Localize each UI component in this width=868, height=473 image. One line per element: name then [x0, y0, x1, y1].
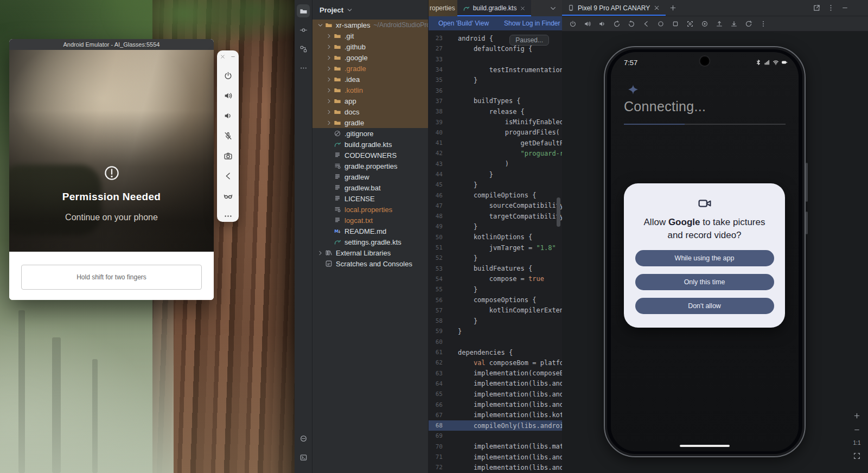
- editor-scrollbar[interactable]: [557, 197, 560, 227]
- tool-stripe-terminal-button[interactable]: [297, 451, 310, 464]
- tree-item-readme-md[interactable]: MREADME.md: [312, 226, 428, 237]
- code-line-58[interactable]: 58 }: [429, 316, 562, 326]
- tree-item-local-properties[interactable]: local.properties: [312, 204, 428, 215]
- code-line-54[interactable]: 54 compose = true: [429, 274, 562, 284]
- hide-panel-button[interactable]: [838, 0, 852, 16]
- code-line-48[interactable]: 48 targetCompatibility: [429, 211, 562, 221]
- device-volume-down-button[interactable]: [597, 18, 608, 29]
- code-line-68[interactable]: 68 compileOnly(libs.android: [429, 420, 562, 431]
- code-line-61[interactable]: 61dependencies {: [429, 347, 562, 357]
- code-line-37[interactable]: 37 buildTypes {: [429, 96, 562, 106]
- close-icon[interactable]: [653, 4, 660, 11]
- device-upload-button[interactable]: [714, 18, 725, 29]
- tree-item-docs[interactable]: docs: [312, 106, 428, 117]
- code-line-39[interactable]: 39 isMinifyEnabled: [429, 117, 562, 127]
- code-line-55[interactable]: 55 }: [429, 284, 562, 295]
- code-line-45[interactable]: 45 }: [429, 180, 562, 190]
- emulator-power-button[interactable]: [220, 68, 235, 83]
- code-line-49[interactable]: 49 }: [429, 221, 562, 232]
- code-line-51[interactable]: 51 jvmTarget = "1.8": [429, 242, 562, 253]
- code-line-41[interactable]: 41 getDefaultPr: [429, 138, 562, 148]
- tree-item-app[interactable]: app: [312, 95, 428, 106]
- emulator-smart-glasses-button[interactable]: [220, 188, 235, 203]
- permission-button-only-this-time[interactable]: Only this time: [635, 274, 774, 290]
- code-line-52[interactable]: 52 }: [429, 253, 562, 263]
- device-rotate-left-button[interactable]: [611, 18, 622, 29]
- code-line-42[interactable]: 42 "proguard-ru: [429, 148, 562, 158]
- tree-item-git[interactable]: .git: [312, 30, 428, 41]
- tool-stripe-project-button[interactable]: [297, 4, 310, 17]
- tree-item-google[interactable]: .google: [312, 52, 428, 63]
- tree-item-gradle[interactable]: gradle: [312, 117, 428, 128]
- emulator-more-h-button[interactable]: [220, 208, 235, 223]
- show-log-in-finder-link[interactable]: Show Log in Finder: [504, 20, 560, 27]
- code-line-57[interactable]: 57 kotlinCompilerExtens: [429, 305, 562, 316]
- device-nav-home-button[interactable]: [655, 18, 666, 29]
- tree-item-gitignore[interactable]: .gitignore: [312, 128, 428, 139]
- tool-stripe-commit-button[interactable]: [297, 23, 310, 36]
- code-line-64[interactable]: 64 implementation(libs.andr: [429, 379, 562, 389]
- tree-item-gradlew[interactable]: gradlew: [312, 171, 428, 182]
- editor-tab-roperties[interactable]: roperties: [429, 0, 457, 16]
- code-line-59[interactable]: 59}: [429, 326, 562, 336]
- code-line-47[interactable]: 47 sourceCompatibility: [429, 201, 562, 211]
- code-line-56[interactable]: 56 composeOptions {: [429, 295, 562, 305]
- code-line-34[interactable]: 34 testInstrumentationR: [429, 65, 562, 75]
- code-line-69[interactable]: 69: [429, 431, 562, 441]
- emulator-volume-up-button[interactable]: [220, 88, 235, 103]
- code-line-67[interactable]: 67 implementation(libs.kotl: [429, 410, 562, 420]
- close-button[interactable]: [220, 54, 226, 60]
- editor-tab-build-gradle-kts[interactable]: build.gradle.kts: [457, 0, 532, 16]
- open-in-window-button[interactable]: [809, 0, 824, 16]
- code-line-62[interactable]: 62 val composeBom = platfor: [429, 357, 562, 368]
- new-device-tab-button[interactable]: [666, 0, 680, 16]
- tree-item-gradle-properties[interactable]: gradle.properties: [312, 161, 428, 171]
- tree-item-build-gradle-kts[interactable]: build.gradle.kts: [312, 139, 428, 150]
- emulator-volume-down-button[interactable]: [220, 108, 235, 123]
- tree-item-scratches-and-consoles[interactable]: Scratches and Consoles: [312, 258, 428, 269]
- code-line-66[interactable]: 66 implementation(libs.andr: [429, 399, 562, 410]
- code-line-38[interactable]: 38 release {: [429, 106, 562, 117]
- tree-item-gradle[interactable]: .gradle: [312, 63, 428, 74]
- tab-list-dropdown[interactable]: [549, 4, 562, 12]
- code-line-40[interactable]: 40 proguardFiles(: [429, 127, 562, 138]
- tool-stripe-structure-button[interactable]: [297, 42, 310, 55]
- code-line-65[interactable]: 65 implementation(libs.andr: [429, 389, 562, 399]
- device-rotate-right-button[interactable]: [626, 18, 637, 29]
- phone-screen[interactable]: 7:57 Connecting... Allow Google to take …: [611, 52, 799, 451]
- project-panel-header[interactable]: Project: [312, 0, 428, 20]
- tool-stripe-more-h-button[interactable]: [297, 61, 310, 74]
- tool-stripe-problems-button[interactable]: [297, 432, 310, 445]
- code-line-44[interactable]: 44 }: [429, 169, 562, 180]
- tree-item-external-libraries[interactable]: External Libraries: [312, 247, 428, 258]
- tab-close-button[interactable]: [520, 5, 526, 11]
- code-line-53[interactable]: 53 buildFeatures {: [429, 264, 562, 274]
- device-tab-pixel-9-pro[interactable]: Pixel 9 Pro API CANARY: [562, 0, 666, 16]
- code-line-50[interactable]: 50 kotlinOptions {: [429, 232, 562, 242]
- device-reset-button[interactable]: [743, 18, 754, 29]
- emulator-camera-button[interactable]: [220, 148, 235, 163]
- code-line-72[interactable]: 72 implementation(libs.andr: [429, 462, 562, 472]
- tree-item-xr-samples[interactable]: xr-samples~/AndroidStudioProje: [312, 20, 428, 30]
- emulator-back-button[interactable]: [220, 168, 235, 183]
- tree-item-codeowners[interactable]: CODEOWNERS: [312, 150, 428, 161]
- code-line-71[interactable]: 71 implementation(libs.andr: [429, 452, 562, 462]
- emulator-mic-off-button[interactable]: [220, 128, 235, 143]
- open-build-view-link[interactable]: Open 'Build' View: [438, 20, 489, 27]
- code-line-36[interactable]: 36: [429, 85, 562, 95]
- tree-item-settings-gradle-kts[interactable]: settings.gradle.kts: [312, 237, 428, 247]
- device-nav-overview-button[interactable]: [670, 18, 681, 29]
- zoom-fit-button[interactable]: [853, 452, 861, 460]
- permission-button-don-t-allow[interactable]: Don't allow: [635, 298, 774, 314]
- code-line-70[interactable]: 70 implementation(libs.mate: [429, 442, 562, 452]
- tree-item-gradlew-bat[interactable]: gradlew.bat: [312, 182, 428, 193]
- device-power-button[interactable]: [567, 18, 578, 29]
- code-editor[interactable]: 23android {27 defaultConfig {3334 testIn…: [429, 30, 562, 473]
- tree-item-idea[interactable]: .idea: [312, 74, 428, 85]
- code-line-43[interactable]: 43 ): [429, 159, 562, 169]
- emulator-screen[interactable]: Permission Needed Continue on your phone: [9, 50, 214, 252]
- tree-item-kotlin[interactable]: .kotlin: [312, 85, 428, 95]
- device-screen-record-button[interactable]: [699, 18, 710, 29]
- zoom-out-button[interactable]: [853, 426, 861, 434]
- permission-button-while-using-the-app[interactable]: While using the app: [635, 250, 774, 266]
